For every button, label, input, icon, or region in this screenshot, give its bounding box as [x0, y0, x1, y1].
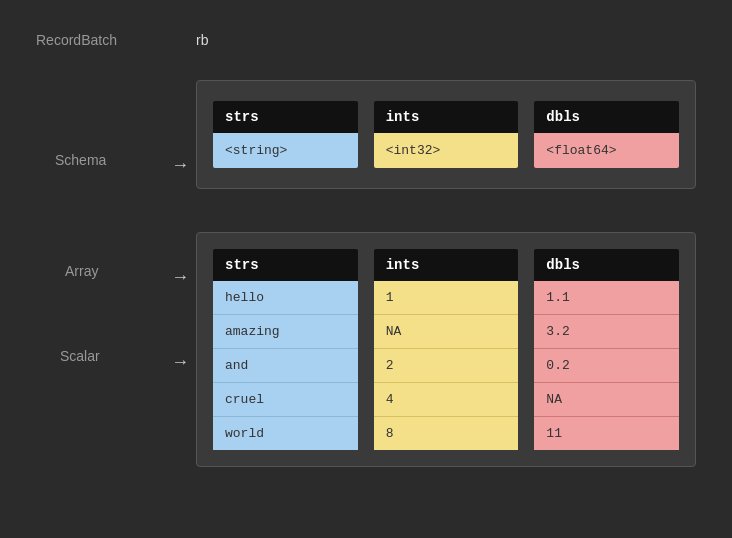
- data-cell-dbls-0: 1.1: [534, 281, 679, 315]
- data-cell-ints-3: 4: [374, 383, 519, 417]
- scalar-arrow-icon: →: [175, 352, 186, 372]
- data-cell-strs-1: amazing: [213, 315, 358, 349]
- schema-col-ints-header: ints: [374, 101, 519, 133]
- data-container: strs hello amazing and cruel world ints …: [196, 232, 696, 467]
- data-cell-ints-2: 2: [374, 349, 519, 383]
- rb-value: rb: [196, 32, 208, 48]
- schema-container: strs <string> ints <int32> dbls <float64…: [196, 80, 696, 189]
- schema-col-ints: ints <int32>: [374, 101, 519, 168]
- schema-col-strs-type: <string>: [213, 133, 358, 168]
- schema-col-dbls: dbls <float64>: [534, 101, 679, 168]
- schema-col-dbls-type: <float64>: [534, 133, 679, 168]
- schema-col-ints-type: <int32>: [374, 133, 519, 168]
- data-cell-dbls-4: 11: [534, 417, 679, 450]
- data-col-strs-header: strs: [213, 249, 358, 281]
- data-cell-strs-0: hello: [213, 281, 358, 315]
- scalar-label: Scalar: [60, 348, 100, 364]
- recordbatch-label: RecordBatch: [36, 32, 117, 48]
- schema-col-dbls-header: dbls: [534, 101, 679, 133]
- array-label: Array: [65, 263, 98, 279]
- schema-arrow-icon: →: [175, 155, 186, 175]
- data-cell-ints-4: 8: [374, 417, 519, 450]
- data-col-dbls: dbls 1.1 3.2 0.2 NA 11: [534, 249, 679, 450]
- data-cell-dbls-2: 0.2: [534, 349, 679, 383]
- schema-col-strs: strs <string>: [213, 101, 358, 168]
- data-cell-ints-1: NA: [374, 315, 519, 349]
- data-cell-strs-2: and: [213, 349, 358, 383]
- schema-col-strs-header: strs: [213, 101, 358, 133]
- data-col-ints: ints 1 NA 2 4 8: [374, 249, 519, 450]
- data-cell-dbls-1: 3.2: [534, 315, 679, 349]
- data-cell-ints-0: 1: [374, 281, 519, 315]
- array-arrow-icon: →: [175, 267, 186, 287]
- data-cell-dbls-3: NA: [534, 383, 679, 417]
- data-cell-strs-4: world: [213, 417, 358, 450]
- schema-label: Schema: [55, 152, 106, 168]
- data-col-strs: strs hello amazing and cruel world: [213, 249, 358, 450]
- data-cell-strs-3: cruel: [213, 383, 358, 417]
- data-col-ints-header: ints: [374, 249, 519, 281]
- data-col-dbls-header: dbls: [534, 249, 679, 281]
